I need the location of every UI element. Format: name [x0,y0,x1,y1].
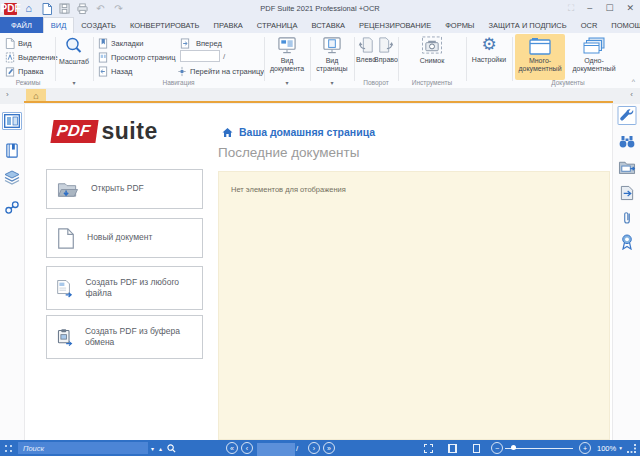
tab-edit[interactable]: ПРАВКА [207,17,250,33]
zoom-out-button[interactable]: − [491,440,503,456]
search-next-icon[interactable]: ▴ [159,440,162,456]
create-pdf-from-clipboard-button[interactable]: Создать PDF из буфера обмена [46,315,203,359]
actual-size-icon[interactable] [473,440,480,456]
rotate-right-button[interactable]: Вправо [376,36,396,64]
ribbon-tab-bar: ФАЙЛ ВИД СОЗДАТЬ КОНВЕРТИРОВАТЬ ПРАВКА С… [0,17,640,33]
home-icon: ⌂ [33,91,38,101]
tab-view[interactable]: ВИД [43,17,74,33]
fit-screen-icon[interactable] [424,440,433,456]
zoom-slider-handle[interactable] [511,445,516,450]
recent-documents-title: Последние документы [218,145,359,160]
zoom-dropdown-caret[interactable]: ▾ [56,80,92,86]
collapse-ribbon-button[interactable]: ^ [632,78,635,85]
last-page-button[interactable]: » [323,440,335,456]
group-label-rotate: Поворот [355,79,397,86]
bookmarks-button[interactable]: Закладки [98,37,143,49]
tab-page[interactable]: СТРАНИЦА [250,17,305,33]
logo-pdf-mark: PDF [50,120,98,143]
settings-button[interactable]: ⚙ Настройки [469,35,509,64]
next-page-button[interactable]: › [308,440,320,456]
search-binoculars-icon[interactable] [619,135,635,148]
status-grid-icon[interactable] [4,440,13,456]
group-label-tools: Инструменты [399,79,465,86]
tools-wrench-icon[interactable] [617,106,636,125]
tab-review[interactable]: РЕЦЕНЗИРОВАНИЕ [352,17,438,33]
layers-icon[interactable] [4,170,20,185]
monitor-blocks-icon [277,36,297,55]
goto-page-button[interactable]: Перейти на страницу [177,65,264,77]
edit-mode-button[interactable]: Правка [5,65,43,77]
chevron-down-icon: ▾ [619,445,622,451]
single-document-icon [583,37,605,55]
clipboard-icon [56,327,74,348]
rotate-right-icon [378,36,394,54]
open-folder-icon [56,179,80,200]
zoom-button[interactable]: Масштаб [58,36,90,66]
page-view-button[interactable]: Вид страницы [313,36,351,74]
first-page-button[interactable]: « [226,440,238,456]
multi-document-button[interactable]: Много-документный [515,34,565,80]
open-pdf-button[interactable]: Открыть PDF [46,169,203,209]
group-label-navigation: Навигация [94,79,263,86]
minimize-button[interactable]: – [587,3,592,13]
maximize-button[interactable]: ☐ [605,3,613,13]
right-panel-toolbar [612,104,640,440]
ribbon-group-page-view: Вид страницы ▾ [311,33,353,88]
scroll-tabs-right-icon[interactable]: ‹ [630,90,633,99]
send-document-icon[interactable] [619,185,634,201]
active-tab-underline [24,101,613,103]
forward-button[interactable]: Вперед [180,37,222,49]
fit-width-icon[interactable] [448,440,457,456]
search-go-icon[interactable] [167,440,176,456]
ribbon-group-doc-view: Вид документа ▾ [265,33,309,88]
page-convert-icon [56,278,74,299]
zoom-in-button[interactable]: + [579,440,591,456]
window-title: PDF Suite 2021 Professional +OCR [0,4,640,13]
snapshot-button[interactable]: Снимок [413,36,451,65]
resize-grip[interactable] [627,444,636,453]
tab-forms[interactable]: ФОРМЫ [438,17,481,33]
paperclip-icon[interactable] [621,210,632,225]
view-mode-button[interactable]: Вид [5,37,32,49]
tab-convert[interactable]: КОНВЕРТИРОВАТЬ [123,17,207,33]
document-view-button[interactable]: Вид документа [267,36,307,74]
ribbon-group-navigation: Закладки Просмотр страниц Назад Вперед /… [94,33,263,88]
ribbon-group-modes: Вид Выделение Правка Режимы [2,33,54,88]
back-button[interactable]: Назад [98,65,133,77]
tab-ocr[interactable]: OCR [574,17,605,33]
doc-view-dropdown-caret[interactable]: ▾ [265,80,309,86]
zoom-level-dropdown[interactable]: 100% ▾ [597,440,622,456]
magnifier-icon [64,36,84,56]
page-view-panel-button[interactable]: Просмотр страниц [98,51,176,63]
multi-document-icon [529,37,551,55]
select-mode-button[interactable]: Выделение [5,51,58,63]
tab-help[interactable]: ПОМОЩЬ [604,17,640,33]
page-view-dropdown-caret[interactable]: ▾ [311,80,353,86]
tab-create[interactable]: СОЗДАТЬ [74,17,123,33]
previous-page-button[interactable]: ‹ [241,440,253,456]
close-button[interactable]: ✕ [626,3,634,13]
rotate-left-button[interactable]: Влево [356,36,376,64]
tab-file[interactable]: ФАЙЛ [0,17,43,33]
certificate-badge-icon[interactable] [621,234,633,250]
scroll-tabs-left-icon[interactable]: › [6,90,9,99]
tab-protect-sign[interactable]: ЗАЩИТА И ПОДПИСЬ [482,17,574,33]
export-folder-icon[interactable] [618,160,635,174]
status-page-number-input[interactable] [257,443,295,456]
new-document-button[interactable]: Новый документ [46,218,203,258]
create-pdf-from-file-button[interactable]: Создать PDF из любого файла [46,266,203,310]
fullscreen-button[interactable]: ⛶ [568,3,574,14]
link-icon[interactable] [5,200,20,215]
tab-insert[interactable]: ВСТАВКА [304,17,352,33]
titlebar: PDF ⌂ ↶ ↷ PDF Suite 2021 Professional +O… [0,0,640,17]
thumbnails-icon[interactable] [2,112,22,130]
rotate-left-icon [358,36,374,54]
status-page-separator: / [296,440,298,456]
bookmarks-book-icon[interactable] [6,143,19,158]
left-panel-toolbar [0,104,25,440]
ribbon-page-number-input[interactable] [180,50,220,62]
single-document-button[interactable]: Одно-документный [569,34,619,80]
search-prev-icon[interactable]: ▾ [151,440,154,456]
zoom-level-value: 100% [597,444,616,453]
search-input[interactable] [18,442,148,454]
